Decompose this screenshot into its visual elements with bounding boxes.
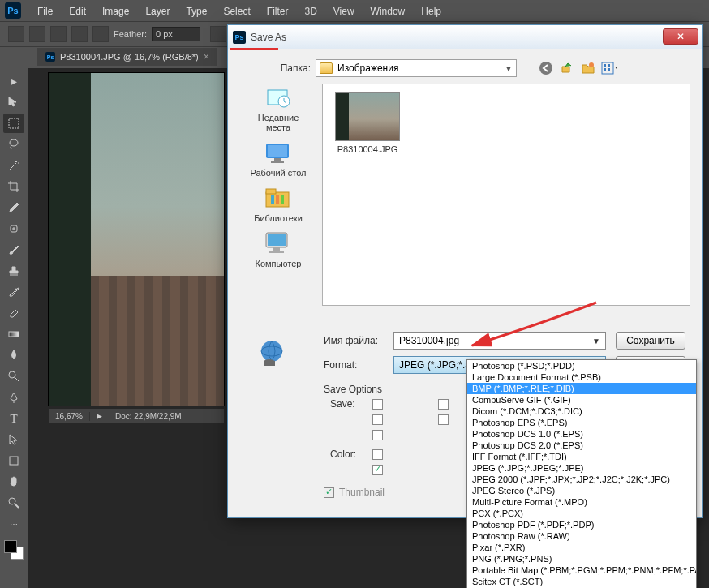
place-label: Компьютер (256, 259, 302, 268)
save-cb1[interactable] (372, 399, 383, 410)
tool-preset-icon[interactable] (8, 26, 24, 42)
place-recent[interactable]: Недавниеместа (258, 84, 299, 132)
save-cb2[interactable] (438, 399, 449, 410)
format-option[interactable]: PNG (*.PNG;*.PNS) (467, 553, 696, 564)
menu-3d[interactable]: 3D (296, 2, 324, 20)
wand-tool[interactable] (3, 156, 24, 175)
new-folder-icon[interactable] (580, 60, 596, 76)
menu-help[interactable]: Help (413, 2, 449, 20)
stamp-tool[interactable] (3, 261, 24, 281)
format-option[interactable]: Pixar (*.PXR) (467, 542, 696, 553)
format-option[interactable]: CompuServe GIF (*.GIF) (467, 394, 696, 406)
format-option[interactable]: Photoshop EPS (*.EPS) (467, 417, 696, 428)
anti-alias-icon[interactable] (210, 26, 226, 42)
format-dropdown[interactable]: Photoshop (*.PSD;*.PDD)Large Document Fo… (466, 359, 697, 588)
format-option[interactable]: BMP (*.BMP;*.RLE;*.DIB) (467, 383, 696, 394)
eraser-tool[interactable] (3, 303, 24, 323)
feather-input[interactable] (152, 27, 200, 41)
marquee-opt-icon[interactable] (29, 26, 45, 42)
marquee-opt4-icon[interactable] (92, 26, 109, 42)
save-cb4[interactable] (438, 414, 449, 425)
file-name: P8310004.JPG (331, 144, 404, 154)
marquee-opt2-icon[interactable] (50, 26, 67, 42)
menu-window[interactable]: Window (363, 2, 414, 20)
format-option[interactable]: PCX (*.PCX) (467, 508, 696, 519)
zoom-tool[interactable] (3, 493, 24, 513)
svg-rect-23 (271, 195, 274, 204)
menu-layer[interactable]: Layer (137, 2, 178, 20)
menu-image[interactable]: Image (94, 2, 137, 20)
format-option[interactable]: JPEG (*.JPG;*.JPEG;*.JPE) (467, 462, 696, 474)
place-libs[interactable]: Библиотеки (254, 184, 303, 223)
svg-rect-0 (9, 118, 19, 128)
folder-combo[interactable]: Изображения ▼ (316, 59, 517, 77)
format-label: Format: (324, 359, 393, 371)
format-option[interactable]: Photoshop DCS 1.0 (*.EPS) (467, 428, 696, 440)
pen-tool[interactable] (3, 388, 24, 407)
format-option[interactable]: Photoshop (*.PSD;*.PDD) (467, 360, 696, 371)
format-option[interactable]: Scitex CT (*.SCT) (467, 576, 696, 587)
lasso-tool[interactable] (3, 135, 24, 154)
save-button[interactable]: Сохранить (616, 332, 685, 350)
doc-tab-close-icon[interactable]: × (204, 51, 209, 62)
doc-tab[interactable]: Ps P8310004.JPG @ 16,7% (RGB/8*) × (37, 48, 217, 66)
save-cb5[interactable] (372, 430, 383, 440)
place-desktop[interactable]: Рабочий стол (250, 139, 306, 178)
crop-tool[interactable] (3, 177, 24, 196)
color-swatches[interactable] (2, 539, 25, 561)
svg-point-9 (589, 62, 594, 67)
marquee-tool[interactable] (3, 114, 24, 133)
format-option[interactable]: JPEG 2000 (*.JPF;*.JPX;*.JP2;*.J2C;*.J2K… (467, 474, 696, 485)
network-icon[interactable] (257, 338, 290, 367)
zoom-level[interactable]: 16,67% (49, 412, 90, 421)
file-list[interactable]: P8310004.JPG (322, 84, 690, 306)
color-cb1[interactable] (372, 449, 383, 460)
dialog-titlebar[interactable]: Ps Save As ✕ (228, 25, 702, 49)
doc-tab-icon: Ps (45, 52, 55, 62)
menu-filter[interactable]: Filter (259, 2, 297, 20)
menu-type[interactable]: Type (178, 2, 215, 20)
expand-icon[interactable]: ▸ (3, 71, 24, 91)
format-option[interactable]: JPEG Stereo (*.JPS) (467, 485, 696, 496)
place-computer[interactable]: Компьютер (256, 230, 302, 268)
color-cb2[interactable] (372, 465, 383, 475)
blur-tool[interactable] (3, 346, 24, 365)
nav-up-icon[interactable] (559, 60, 575, 76)
filename-label: Имя файла: (324, 335, 393, 346)
format-option[interactable]: Photoshop PDF (*.PDF;*.PDP) (467, 519, 696, 530)
format-option[interactable]: IFF Format (*.IFF;*.TDI) (467, 451, 696, 462)
marquee-opt3-icon[interactable] (71, 26, 88, 42)
file-item[interactable]: P8310004.JPG (331, 92, 404, 154)
history-brush-tool[interactable] (3, 282, 24, 302)
healing-tool[interactable] (3, 219, 24, 238)
filename-input[interactable]: P8310004.jpg ▼ (393, 332, 606, 350)
doc-size: Doc: 22,9M/22,9M (109, 412, 188, 421)
format-option[interactable]: Dicom (*.DCM;*.DC3;*.DIC) (467, 406, 696, 417)
svg-rect-4 (9, 332, 19, 337)
format-option[interactable]: Photoshop DCS 2.0 (*.EPS) (467, 440, 696, 451)
eyedropper-tool[interactable] (3, 198, 24, 217)
menu-select[interactable]: Select (215, 2, 258, 20)
dodge-tool[interactable] (3, 367, 24, 386)
menu-file[interactable]: File (29, 2, 61, 20)
type-tool[interactable]: T (3, 409, 24, 428)
canvas-image[interactable] (49, 73, 224, 406)
format-option[interactable]: Portable Bit Map (*.PBM;*.PGM;*.PPM;*.PN… (467, 564, 696, 576)
svg-point-1 (10, 139, 18, 146)
nav-back-icon[interactable] (538, 60, 554, 76)
shape-tool[interactable] (3, 451, 24, 470)
close-button[interactable]: ✕ (663, 28, 698, 45)
move-tool[interactable] (3, 92, 24, 112)
format-option[interactable]: Photoshop Raw (*.RAW) (467, 530, 696, 542)
format-option[interactable]: Large Document Format (*.PSB) (467, 371, 696, 383)
menu-edit[interactable]: Edit (61, 2, 94, 20)
save-cb3[interactable] (372, 414, 383, 425)
tools-more-icon[interactable]: ⋯ (3, 514, 24, 534)
format-option[interactable]: Multi-Picture Format (*.MPO) (467, 496, 696, 508)
gradient-tool[interactable] (3, 324, 24, 344)
view-menu-icon[interactable] (601, 60, 617, 76)
hand-tool[interactable] (3, 472, 24, 491)
menu-view[interactable]: View (325, 2, 363, 20)
brush-tool[interactable] (3, 240, 24, 260)
path-select-tool[interactable] (3, 430, 24, 449)
